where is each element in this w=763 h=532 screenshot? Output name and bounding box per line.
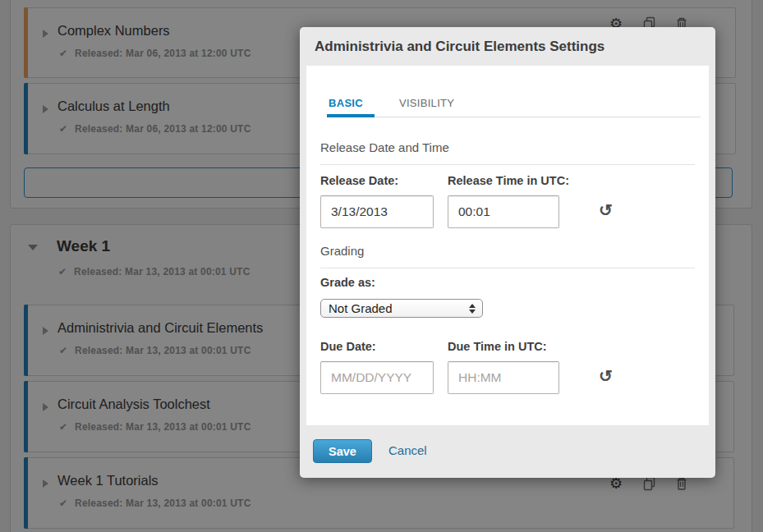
subsection-settings-modal: Administrivia and Circuit Elements Setti… [300,27,715,478]
grade-select-value: Not Graded [329,301,393,315]
grade-select[interactable]: Not Graded [320,299,483,318]
modal-title: Administrivia and Circuit Elements Setti… [315,37,604,57]
due-date-input[interactable] [320,361,434,394]
due-time-label: Due Time in UTC: [448,340,547,353]
release-time-input[interactable] [448,195,559,228]
reset-release-icon[interactable]: ↺ [599,202,613,218]
tab-basic[interactable]: BASIC [329,97,363,109]
modal-body: BASIC VISIBILITY Release Date and Time R… [306,66,709,425]
save-button[interactable]: Save [313,439,372,463]
grade-as-label: Grade as: [320,276,375,289]
due-time-input[interactable] [448,361,559,394]
release-section-heading: Release Date and Time [320,140,695,165]
modal-tabs: BASIC VISIBILITY [329,97,701,117]
release-date-label: Release Date: [320,174,398,187]
select-arrows-icon [469,304,476,314]
cancel-link[interactable]: Cancel [388,443,427,457]
grading-section-heading: Grading [320,243,695,268]
release-time-label: Release Time in UTC: [448,174,569,187]
due-date-label: Due Date: [320,340,376,353]
release-date-input[interactable] [320,195,434,228]
reset-due-icon[interactable]: ↺ [599,368,613,384]
tab-visibility[interactable]: VISIBILITY [399,97,454,109]
